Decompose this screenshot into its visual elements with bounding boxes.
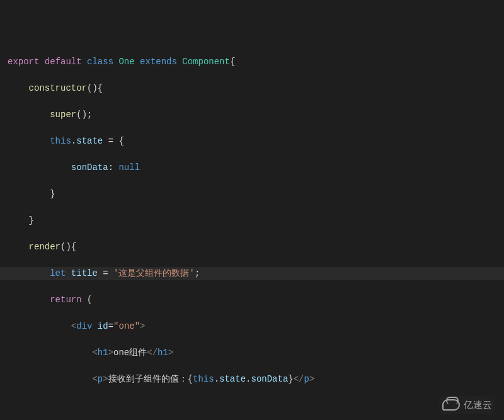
watermark-text: 亿速云	[464, 398, 492, 412]
cloud-icon	[442, 399, 460, 411]
watermark: 亿速云	[439, 396, 495, 414]
code-line: <div id="one">	[0, 320, 504, 333]
code-line: this.state = {	[0, 135, 504, 148]
code-line: constructor(){	[0, 82, 504, 95]
code-line: <h1>one组件</h1>	[0, 346, 504, 360]
code-line: }	[0, 188, 504, 201]
code-line: super();	[0, 108, 504, 122]
code-line: sonData: null	[0, 161, 504, 174]
code-line: export default class One extends Compone…	[0, 55, 504, 69]
code-line: <p>接收到子组件的值：{this.state.sonData}</p>	[0, 373, 504, 386]
code-line: return (	[0, 293, 504, 307]
code-line: }	[0, 214, 504, 227]
code-line: render(){	[0, 241, 504, 254]
code-line-highlight: let title = '这是父组件的数据';	[0, 267, 504, 280]
code-line	[0, 399, 504, 412]
